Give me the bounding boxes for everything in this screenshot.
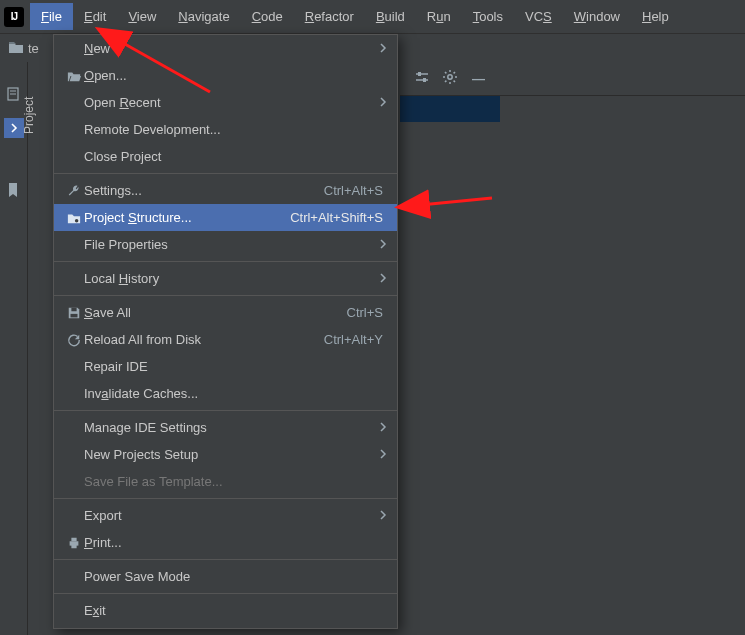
reload-icon [64,333,84,347]
menu-code[interactable]: Code [241,3,294,30]
menuitem-label: Exit [84,603,387,618]
menuitem-label: New [84,41,379,56]
chevron-right-icon [379,510,387,522]
breadcrumb-label: te [28,41,39,56]
menuitem-label: Remote Development... [84,122,387,137]
menu-file[interactable]: File [30,3,73,30]
app-icon: IJ [4,7,24,27]
svg-rect-6 [423,78,426,82]
folder-open-icon [64,69,84,83]
menuitem-label: Invalidate Caches... [84,386,387,401]
menuitem-label: Export [84,508,379,523]
menu-view[interactable]: View [117,3,167,30]
menuitem-shortcut: Ctrl+S [347,305,387,320]
menuitem-shortcut: Ctrl+Alt+Y [324,332,387,347]
menuitem-export[interactable]: Export [54,502,397,529]
menuitem-settings[interactable]: Settings...Ctrl+Alt+S [54,177,397,204]
chevron-right-icon [379,449,387,461]
menu-refactor[interactable]: Refactor [294,3,365,30]
svg-rect-17 [71,307,76,311]
menuitem-exit[interactable]: Exit [54,597,397,624]
menubar: IJ FileEditViewNavigateCodeRefactorBuild… [0,0,745,34]
chevron-right-icon [379,273,387,285]
menuitem-label: Save All [84,305,347,320]
menuitem-shortcut: Ctrl+Alt+Shift+S [290,210,387,225]
editor-tab-placeholder [400,96,500,122]
menuitem-open-recent[interactable]: Open Recent [54,89,397,116]
menuitem-new-projects-setup[interactable]: New Projects Setup [54,441,397,468]
menuitem-new[interactable]: New [54,35,397,62]
menuitem-label: New Projects Setup [84,447,379,462]
svg-rect-18 [71,313,78,317]
svg-rect-20 [71,537,76,541]
folder-icon [8,40,24,57]
menuitem-label: Project Structure... [84,210,290,225]
chevron-right-icon [379,422,387,434]
menu-separator [54,498,397,499]
menuitem-label: Open Recent [84,95,379,110]
tool-sidebar: Project [0,62,28,635]
menu-vcs[interactable]: VCS [514,3,563,30]
menuitem-local-history[interactable]: Local History [54,265,397,292]
menuitem-label: Reload All from Disk [84,332,324,347]
menu-separator [54,593,397,594]
menuitem-save-file-as-template: Save File as Template... [54,468,397,495]
chevron-right-icon [379,97,387,109]
menuitem-print[interactable]: Print... [54,529,397,556]
menuitem-reload-all-from-disk[interactable]: Reload All from DiskCtrl+Alt+Y [54,326,397,353]
svg-point-16 [75,218,79,222]
bookmark-icon[interactable] [6,182,22,198]
svg-line-13 [454,81,455,82]
print-icon [64,536,84,550]
menuitem-remote-development[interactable]: Remote Development... [54,116,397,143]
menu-navigate[interactable]: Navigate [167,3,240,30]
menu-separator [54,295,397,296]
app-icon-glyph: IJ [11,11,17,22]
menuitem-label: Close Project [84,149,387,164]
menuitem-open[interactable]: Open... [54,62,397,89]
svg-rect-21 [71,544,76,548]
sliders-icon[interactable] [408,65,436,92]
menuitem-label: Power Save Mode [84,569,387,584]
svg-line-14 [445,81,446,82]
save-icon [64,306,84,320]
menu-separator [54,410,397,411]
svg-point-7 [448,75,452,79]
menuitem-power-save-mode[interactable]: Power Save Mode [54,563,397,590]
menuitem-label: Open... [84,68,387,83]
menuitem-label: Manage IDE Settings [84,420,379,435]
menu-separator [54,559,397,560]
sidebar-project-label[interactable]: Project [22,97,36,134]
menu-build[interactable]: Build [365,3,416,30]
menuitem-manage-ide-settings[interactable]: Manage IDE Settings [54,414,397,441]
menuitem-repair-ide[interactable]: Repair IDE [54,353,397,380]
menu-edit[interactable]: Edit [73,3,117,30]
wrench-icon [64,184,84,198]
svg-line-12 [445,72,446,73]
svg-line-23 [400,198,492,207]
menu-run[interactable]: Run [416,3,462,30]
menuitem-label: Print... [84,535,387,550]
file-menu-dropdown: NewOpen...Open RecentRemote Development.… [53,34,398,629]
menuitem-label: Settings... [84,183,324,198]
structure-icon[interactable] [6,86,22,105]
menuitem-close-project[interactable]: Close Project [54,143,397,170]
sidebar-expand-button[interactable] [4,118,24,138]
editor-toolbar: — [400,62,745,96]
menuitem-invalidate-caches[interactable]: Invalidate Caches... [54,380,397,407]
menuitem-label: Local History [84,271,379,286]
gear-icon[interactable] [436,65,464,92]
menuitem-label: Repair IDE [84,359,387,374]
menuitem-save-all[interactable]: Save AllCtrl+S [54,299,397,326]
chevron-right-icon [379,239,387,251]
menuitem-label: File Properties [84,237,379,252]
menu-tools[interactable]: Tools [462,3,514,30]
menu-window[interactable]: Window [563,3,631,30]
menuitem-file-properties[interactable]: File Properties [54,231,397,258]
menuitem-shortcut: Ctrl+Alt+S [324,183,387,198]
menuitem-project-structure[interactable]: Project Structure...Ctrl+Alt+Shift+S [54,204,397,231]
menu-separator [54,261,397,262]
menu-help[interactable]: Help [631,3,680,30]
minimize-icon[interactable]: — [464,71,493,86]
svg-line-15 [454,72,455,73]
